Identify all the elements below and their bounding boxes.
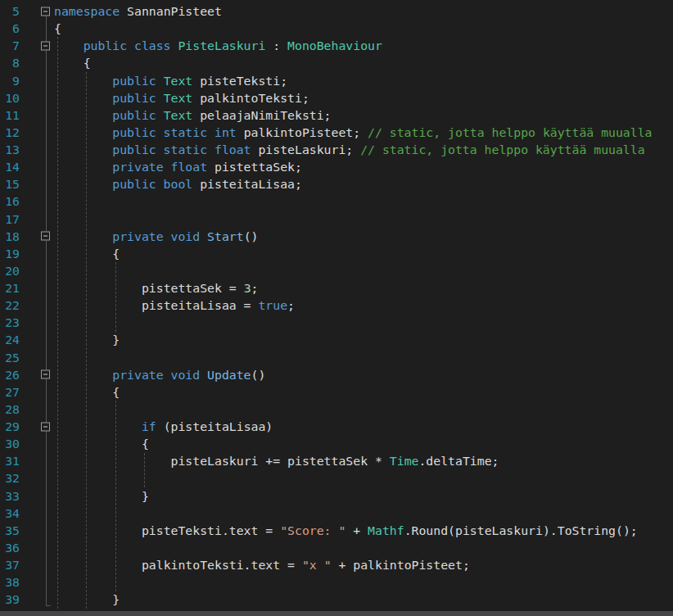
code-text[interactable]: public Text palkintoTeksti;	[54, 89, 673, 106]
fold-toggle[interactable]	[41, 370, 50, 379]
outlining-margin	[20, 469, 54, 487]
code-token: (pisteitaLisaa)	[156, 418, 273, 435]
code-text[interactable]	[54, 192, 673, 210]
code-text[interactable]	[54, 262, 673, 279]
code-token: ()	[244, 228, 259, 245]
line-number[interactable]: 26	[0, 366, 20, 383]
code-text[interactable]: }	[54, 331, 673, 348]
line-number[interactable]: 24	[0, 331, 20, 348]
line-number[interactable]: 12	[0, 124, 20, 141]
code-text[interactable]	[54, 505, 673, 522]
line-number[interactable]: 8	[0, 54, 20, 71]
code-token: // static, jotta helppo käyttää muualla	[360, 141, 644, 158]
code-text[interactable]	[54, 314, 673, 331]
line-number[interactable]: 27	[0, 383, 20, 401]
code-text[interactable]	[54, 539, 673, 556]
outline-connector-line	[46, 16, 47, 606]
code-token: pisteLaskuri;	[258, 141, 360, 158]
code-text[interactable]: private void Update()	[54, 366, 673, 383]
code-text[interactable]	[54, 211, 673, 228]
code-text[interactable]: }	[54, 487, 673, 505]
outlining-margin	[20, 383, 54, 401]
code-token: pelaajaNimiTeksti;	[192, 106, 331, 124]
line-number[interactable]: 21	[0, 279, 20, 297]
outlining-margin	[20, 297, 54, 314]
line-number[interactable]: 32	[0, 469, 20, 487]
code-text[interactable]: public bool pisteitaLisaa;	[54, 175, 673, 192]
code-text[interactable]: private float pistettaSek;	[54, 158, 673, 175]
line-number[interactable]: 14	[0, 158, 20, 175]
code-text[interactable]: public static int palkintoPisteet; // st…	[54, 124, 673, 141]
line-number[interactable]: 7	[0, 37, 20, 54]
code-text[interactable]: }	[54, 591, 673, 608]
line-number[interactable]: 25	[0, 349, 20, 366]
code-token: palkintoPisteet;	[244, 124, 368, 141]
outlining-margin	[20, 366, 54, 383]
code-text[interactable]: public Text pelaajaNimiTeksti;	[54, 106, 673, 124]
code-text[interactable]: public class PisteLaskuri : MonoBehaviou…	[54, 37, 673, 54]
line-number[interactable]: 23	[0, 314, 20, 331]
horizontal-scrollbar[interactable]	[0, 611, 673, 616]
line-number[interactable]: 15	[0, 175, 20, 192]
line-number[interactable]: 11	[0, 106, 20, 124]
code-token: :	[265, 37, 287, 54]
code-line: 17	[0, 211, 673, 228]
line-number[interactable]: 28	[0, 401, 20, 418]
fold-toggle[interactable]	[41, 7, 50, 16]
fold-toggle[interactable]	[41, 422, 50, 431]
code-line: 11public Text pelaajaNimiTeksti;	[0, 106, 673, 124]
line-number[interactable]: 35	[0, 522, 20, 539]
code-text[interactable]: private void Start()	[54, 228, 673, 245]
line-number[interactable]: 20	[0, 262, 20, 279]
line-number[interactable]: 38	[0, 573, 20, 591]
line-number[interactable]: 34	[0, 505, 20, 522]
code-text[interactable]	[54, 573, 673, 591]
code-text[interactable]: pistettaSek = 3;	[54, 279, 673, 297]
line-number[interactable]: 9	[0, 72, 20, 89]
code-line: 23	[0, 314, 673, 331]
code-text[interactable]: pisteitaLisaa = true;	[54, 297, 673, 314]
line-number[interactable]: 17	[0, 211, 20, 228]
line-number[interactable]: 6	[0, 20, 20, 37]
code-text[interactable]: {	[54, 54, 673, 71]
code-text[interactable]: pisteLaskuri += pistettaSek * Time.delta…	[54, 452, 673, 469]
code-text[interactable]: if (pisteitaLisaa)	[54, 418, 673, 435]
line-number[interactable]: 30	[0, 435, 20, 452]
code-text[interactable]	[54, 401, 673, 418]
fold-toggle[interactable]	[41, 41, 50, 50]
line-number[interactable]: 29	[0, 418, 20, 435]
line-number[interactable]: 33	[0, 487, 20, 505]
code-text[interactable]: {	[54, 20, 673, 37]
code-text[interactable]: pisteTeksti.text = "Score: " + Mathf.Rou…	[54, 522, 673, 539]
code-text[interactable]: palkintoTeksti.text = "x " + palkintoPis…	[54, 556, 673, 573]
code-token: public static int	[112, 124, 243, 141]
code-text[interactable]: {	[54, 383, 673, 401]
code-line: 32	[0, 469, 673, 487]
line-number[interactable]: 37	[0, 556, 20, 573]
code-text[interactable]	[54, 349, 673, 366]
code-text[interactable]: public static float pisteLaskuri; // sta…	[54, 141, 673, 158]
code-text[interactable]	[54, 469, 673, 487]
line-number[interactable]: 13	[0, 141, 20, 158]
fold-toggle[interactable]	[41, 232, 50, 241]
line-number[interactable]: 22	[0, 297, 20, 314]
line-number[interactable]: 36	[0, 539, 20, 556]
line-number[interactable]: 10	[0, 89, 20, 106]
code-token: {	[112, 245, 120, 262]
code-text[interactable]: public Text pisteTeksti;	[54, 72, 673, 89]
code-text[interactable]: namespace SannanPisteet	[54, 2, 673, 20]
code-text[interactable]: {	[54, 245, 673, 262]
code-line: 26private void Update()	[0, 366, 673, 383]
line-number[interactable]: 39	[0, 591, 20, 608]
outlining-margin	[20, 228, 54, 245]
code-editor[interactable]: 5namespace SannanPisteet6{7public class …	[0, 0, 673, 616]
outlining-margin	[20, 279, 54, 297]
line-number[interactable]: 31	[0, 452, 20, 469]
code-text[interactable]: {	[54, 435, 673, 452]
line-number[interactable]: 16	[0, 192, 20, 210]
code-token: MonoBehaviour	[287, 37, 382, 54]
line-number[interactable]: 5	[0, 2, 20, 20]
line-number[interactable]: 18	[0, 228, 20, 245]
line-number[interactable]: 19	[0, 245, 20, 262]
indent-guide	[57, 37, 58, 609]
